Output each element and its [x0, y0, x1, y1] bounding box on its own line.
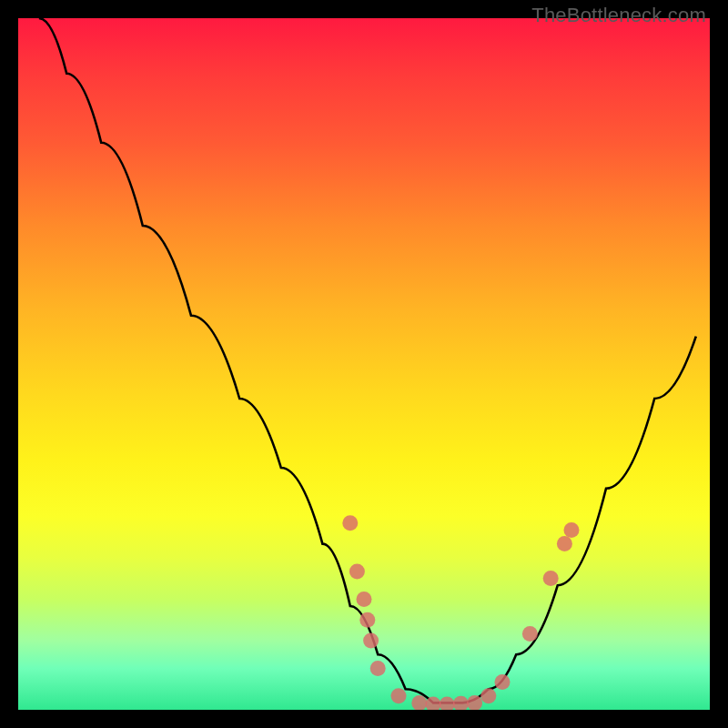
chart-frame: TheBottleneck.com [0, 0, 728, 728]
data-point [557, 536, 572, 551]
data-point [411, 695, 427, 710]
data-point [359, 612, 375, 628]
watermark-text: TheBottleneck.com [531, 4, 706, 27]
data-point [480, 688, 496, 703]
data-point [564, 522, 580, 538]
data-point [543, 571, 559, 586]
scatter-dots [342, 515, 579, 710]
data-point [342, 515, 358, 531]
data-point [349, 564, 365, 580]
chart-svg [18, 18, 710, 710]
data-point [440, 696, 455, 710]
data-point [495, 674, 511, 690]
data-point [370, 661, 386, 676]
data-point [391, 688, 407, 703]
data-point [357, 592, 372, 607]
data-point [453, 696, 469, 710]
data-point [363, 633, 379, 649]
data-point [522, 626, 538, 642]
